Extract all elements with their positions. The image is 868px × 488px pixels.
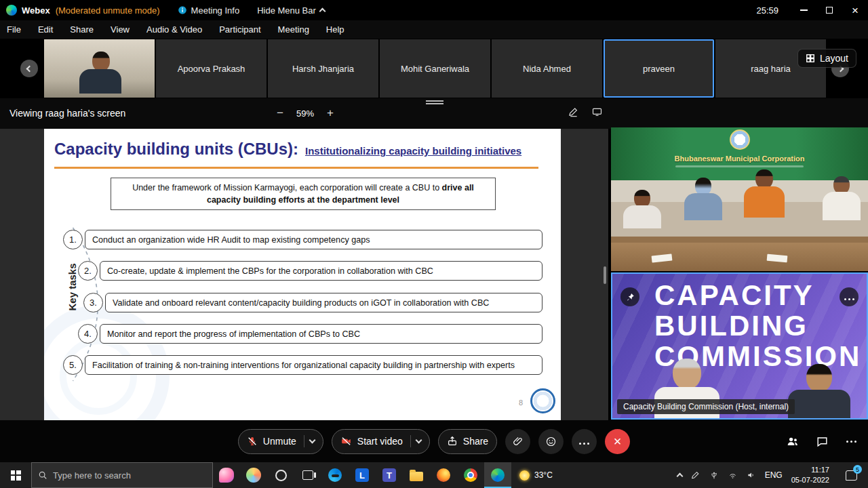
meeting-room-video[interactable]: Bhubaneswar Municipal Corporation (611, 127, 868, 271)
menu-view[interactable]: View (111, 24, 130, 35)
menu-meeting[interactable]: Meeting (278, 24, 309, 35)
share-button[interactable]: Share (438, 429, 497, 454)
menu-audio-video[interactable]: Audio & Video (146, 24, 202, 35)
filmstrip-prev-button[interactable] (20, 60, 38, 77)
video-more-options-button[interactable] (840, 287, 859, 306)
participant-video-tile[interactable] (44, 39, 155, 98)
task-number-badge: 3. (83, 293, 103, 312)
teams-button[interactable] (376, 462, 403, 488)
grid-layout-icon (806, 54, 815, 63)
start-button[interactable] (0, 462, 31, 488)
taskbar-search[interactable] (31, 462, 213, 488)
file-explorer-button[interactable] (403, 462, 430, 488)
close-button[interactable]: × (842, 0, 868, 20)
hide-menu-bar-button[interactable]: Hide Menu Bar (257, 5, 325, 16)
slide-subtitle: Institutionalizing capacity building ini… (305, 145, 521, 157)
participant-name: praveen (643, 64, 675, 74)
start-video-button[interactable]: Start video (332, 429, 430, 454)
weather-widget[interactable]: 33°C (511, 462, 561, 488)
menu-share[interactable]: Share (70, 24, 94, 35)
host-name-caption: Capacity Building Commission (Host, inte… (617, 399, 795, 414)
button-divider (410, 435, 411, 447)
network-tray-icon[interactable] (728, 471, 738, 480)
letter-l-app-icon (355, 468, 369, 482)
menu-help[interactable]: Help (326, 24, 344, 35)
search-input[interactable] (53, 470, 206, 481)
backdrop-text: BUILDING (654, 310, 808, 342)
title-divider (54, 167, 538, 169)
panel-resize-handle[interactable] (604, 266, 606, 284)
participant-tile[interactable]: Harsh Jhanjaria (268, 39, 378, 98)
participant-name: Apoorva Prakash (178, 64, 245, 74)
sticker-icon (219, 468, 234, 483)
reactions-button[interactable] (538, 429, 564, 454)
task-row: 4. Monitor and report the progress of im… (44, 324, 561, 344)
clock-time: 11:17 (791, 465, 829, 475)
edge-button[interactable] (321, 462, 349, 488)
moderated-mode-label: (Moderated unmute mode) (56, 5, 160, 16)
leave-meeting-button[interactable]: × (605, 429, 630, 454)
chat-panel-button[interactable] (816, 435, 829, 448)
sticker-app-2-icon[interactable] (240, 462, 267, 488)
menu-participant[interactable]: Participant (219, 24, 260, 35)
menu-edit[interactable]: Edit (38, 24, 53, 35)
maximize-button[interactable] (816, 0, 842, 20)
webex-taskbar-button[interactable] (484, 462, 511, 488)
task-view-button[interactable] (294, 462, 321, 488)
backdrop-text: CAPACITY (654, 279, 814, 312)
layout-button[interactable]: Layout (797, 49, 856, 68)
slide-page-number: 8 (519, 399, 523, 407)
cortana-button[interactable] (267, 462, 294, 488)
maximize-icon (826, 7, 833, 14)
host-video[interactable]: CAPACITY BUILDING COMMISSION Capacity Bu… (611, 272, 868, 420)
task-number-badge: 5. (63, 355, 83, 375)
more-controls-button[interactable] (572, 429, 597, 454)
participant-tile-active-speaker[interactable]: praveen (604, 39, 714, 98)
language-indicator[interactable]: ENG (765, 470, 783, 480)
menu-bar: File Edit Share View Audio & Video Parti… (0, 20, 868, 39)
edge-icon (328, 468, 342, 482)
participant-tile[interactable]: Apoorva Prakash (156, 39, 267, 98)
unmute-button[interactable]: Unmute (238, 429, 323, 454)
minimize-button[interactable] (791, 0, 816, 20)
chrome-icon (464, 468, 477, 482)
participant-filmstrip: Apoorva Prakash Harsh Jhanjaria Mohit Ga… (0, 39, 868, 98)
more-panels-button[interactable] (845, 441, 857, 443)
participant-name: Mohit Ganeriwala (401, 64, 469, 74)
folder-icon (410, 472, 423, 481)
zoom-in-button[interactable]: + (323, 105, 338, 121)
task-number-badge: 2. (78, 261, 98, 281)
pinned-video-button[interactable] (620, 287, 639, 306)
firefox-button[interactable] (430, 462, 457, 488)
meeting-info-button[interactable]: Meeting Info (178, 5, 240, 16)
participant-tile[interactable]: raag haria (715, 39, 826, 98)
chevron-up-icon (676, 473, 683, 480)
filmstrip-resize-handle[interactable] (426, 100, 443, 105)
tray-expand-button[interactable] (677, 472, 682, 479)
chevron-down-icon[interactable] (309, 437, 315, 444)
task-row: 2. Co-create, update & implement the CBP… (44, 261, 561, 281)
pen-tray-icon[interactable] (691, 470, 701, 480)
screen-share-indicator-icon[interactable] (591, 106, 603, 117)
chevron-down-icon[interactable] (415, 437, 422, 444)
notification-center-button[interactable]: 5 (838, 462, 864, 488)
app-l-button[interactable] (349, 462, 376, 488)
share-screen-icon (447, 436, 458, 447)
chrome-button[interactable] (457, 462, 484, 488)
annotate-icon[interactable] (568, 106, 579, 117)
framework-text: Under the framework of Mission Karmayogi… (132, 183, 441, 192)
menu-file[interactable]: File (7, 24, 21, 35)
attendee-silhouette (623, 190, 661, 228)
sticker-app-1-icon[interactable] (213, 462, 240, 488)
usb-tray-icon[interactable] (709, 470, 719, 480)
participant-tile[interactable]: Nida Ahmed (492, 39, 602, 98)
attachment-button[interactable] (505, 429, 530, 454)
taskbar-clock[interactable]: 11:17 05-07-2022 (791, 465, 829, 485)
participant-tile[interactable]: Mohit Ganeriwala (380, 39, 490, 98)
meeting-timer: 25:59 (756, 5, 778, 16)
task-row: 1. Conduct an organization wide HR Audit… (44, 230, 561, 249)
participants-panel-button[interactable] (786, 435, 800, 448)
zoom-out-button[interactable]: − (273, 105, 288, 121)
volume-tray-icon[interactable] (747, 470, 756, 480)
task-number-badge: 4. (78, 324, 98, 344)
